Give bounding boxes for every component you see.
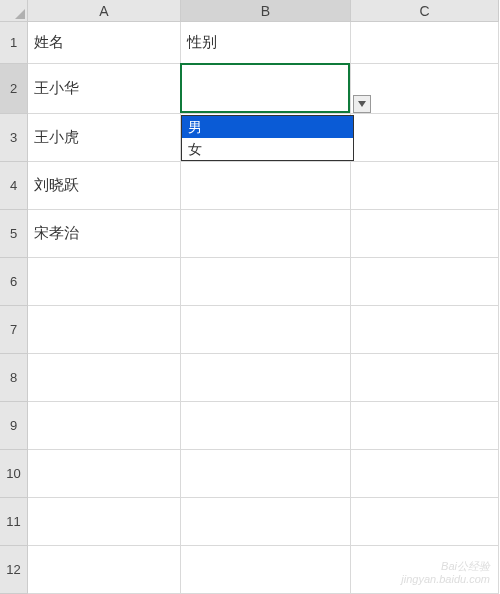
- row-header-3[interactable]: 3: [0, 114, 28, 162]
- row-header-2[interactable]: 2: [0, 64, 28, 114]
- column-header-B[interactable]: B: [181, 0, 351, 22]
- cell-B7[interactable]: [181, 306, 351, 354]
- select-all-corner[interactable]: [0, 0, 28, 22]
- cell-A11[interactable]: [28, 498, 181, 546]
- row-header-11[interactable]: 11: [0, 498, 28, 546]
- cell-C4[interactable]: [351, 162, 499, 210]
- cell-A2[interactable]: 王小华: [28, 64, 181, 114]
- cell-C9[interactable]: [351, 402, 499, 450]
- cell-B2[interactable]: [181, 64, 351, 114]
- cell-C3[interactable]: [351, 114, 499, 162]
- column-header-A[interactable]: A: [28, 0, 181, 22]
- cell-C2[interactable]: [351, 64, 499, 114]
- row-header-7[interactable]: 7: [0, 306, 28, 354]
- dropdown-option-1[interactable]: 女: [182, 138, 353, 160]
- cell-B12[interactable]: [181, 546, 351, 594]
- row-header-5[interactable]: 5: [0, 210, 28, 258]
- svg-marker-1: [358, 101, 366, 107]
- row-header-6[interactable]: 6: [0, 258, 28, 306]
- cell-C11[interactable]: [351, 498, 499, 546]
- cell-B10[interactable]: [181, 450, 351, 498]
- cell-A7[interactable]: [28, 306, 181, 354]
- cell-C5[interactable]: [351, 210, 499, 258]
- cell-A6[interactable]: [28, 258, 181, 306]
- cell-B8[interactable]: [181, 354, 351, 402]
- cell-A5[interactable]: 宋孝治: [28, 210, 181, 258]
- dropdown-button[interactable]: [353, 95, 371, 113]
- svg-marker-0: [15, 9, 25, 19]
- cell-B9[interactable]: [181, 402, 351, 450]
- cell-B1[interactable]: 性别: [181, 22, 351, 64]
- row-header-8[interactable]: 8: [0, 354, 28, 402]
- row-header-9[interactable]: 9: [0, 402, 28, 450]
- cell-B6[interactable]: [181, 258, 351, 306]
- cell-B4[interactable]: [181, 162, 351, 210]
- dropdown-option-0[interactable]: 男: [182, 116, 353, 138]
- cell-A3[interactable]: 王小虎: [28, 114, 181, 162]
- cell-B11[interactable]: [181, 498, 351, 546]
- cell-B5[interactable]: [181, 210, 351, 258]
- column-header-C[interactable]: C: [351, 0, 499, 22]
- cell-A9[interactable]: [28, 402, 181, 450]
- cell-C8[interactable]: [351, 354, 499, 402]
- row-header-4[interactable]: 4: [0, 162, 28, 210]
- cell-A1[interactable]: 姓名: [28, 22, 181, 64]
- cell-A4[interactable]: 刘晓跃: [28, 162, 181, 210]
- cell-C6[interactable]: [351, 258, 499, 306]
- row-header-1[interactable]: 1: [0, 22, 28, 64]
- dropdown-list[interactable]: 男女: [181, 115, 354, 161]
- cell-C1[interactable]: [351, 22, 499, 64]
- cell-A12[interactable]: [28, 546, 181, 594]
- cell-C7[interactable]: [351, 306, 499, 354]
- cell-A10[interactable]: [28, 450, 181, 498]
- row-header-10[interactable]: 10: [0, 450, 28, 498]
- cell-C10[interactable]: [351, 450, 499, 498]
- row-header-12[interactable]: 12: [0, 546, 28, 594]
- cell-A8[interactable]: [28, 354, 181, 402]
- cell-C12[interactable]: [351, 546, 499, 594]
